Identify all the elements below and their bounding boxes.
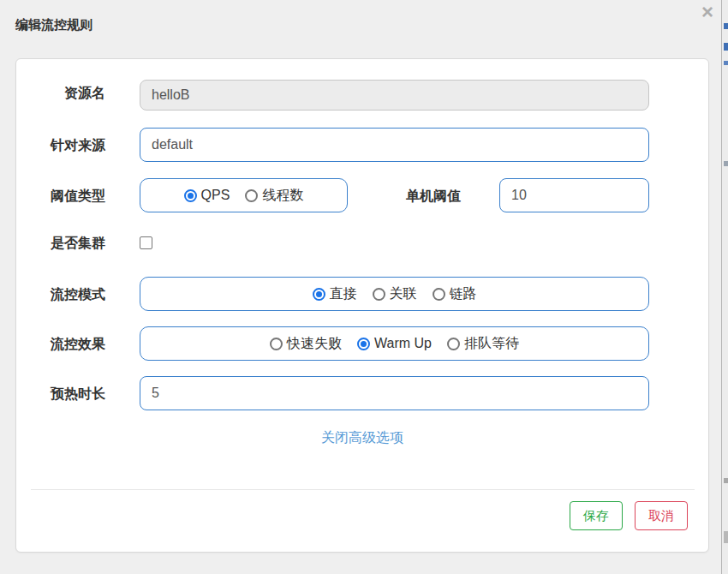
strategy-option-direct[interactable]: 直接 <box>313 285 357 303</box>
strategy-label: 流控模式 <box>16 286 105 304</box>
cluster-checkbox[interactable] <box>140 236 152 249</box>
cluster-label: 是否集群 <box>16 235 105 253</box>
grade-label: 阈值类型 <box>16 188 105 206</box>
radio-icon[interactable] <box>245 189 258 202</box>
scrollbar-mark <box>724 61 728 65</box>
resource-label: 资源名 <box>16 85 105 103</box>
close-icon[interactable]: × <box>701 2 713 22</box>
strategy-radio-group: 直接 关联 链路 <box>140 277 649 311</box>
scrollbar[interactable] <box>721 0 728 574</box>
scrollbar-mark <box>724 478 728 483</box>
behavior-option-fail-fast[interactable]: 快速失败 <box>270 335 342 353</box>
behavior-option-label: 快速失败 <box>287 335 342 353</box>
behavior-label: 流控效果 <box>16 336 105 354</box>
scrollbar-mark <box>724 531 728 543</box>
cancel-button[interactable]: 取消 <box>635 501 688 530</box>
limit-app-input[interactable] <box>140 128 649 162</box>
radio-icon[interactable] <box>447 338 460 350</box>
behavior-radio-group: 快速失败 Warm Up 排队等待 <box>140 326 649 361</box>
strategy-option-relate[interactable]: 关联 <box>373 285 417 303</box>
advanced-options-toggle[interactable]: 关闭高级选项 <box>16 429 708 447</box>
grade-radio-group: QPS 线程数 <box>140 178 348 212</box>
form-panel: 资源名 针对来源 阈值类型 QPS 线程数 单机阈值 是否集群 流控模式 直接 … <box>15 58 709 553</box>
footer-buttons: 保存 取消 <box>570 501 688 530</box>
warmup-input[interactable] <box>140 376 649 410</box>
radio-icon[interactable] <box>313 288 325 301</box>
scrollbar-mark <box>724 43 728 51</box>
radio-icon[interactable] <box>357 338 370 350</box>
scrollbar-mark <box>724 161 728 166</box>
radio-icon[interactable] <box>373 288 385 301</box>
grade-option-label: 线程数 <box>262 187 303 205</box>
grade-option-qps[interactable]: QPS <box>184 188 230 203</box>
save-button[interactable]: 保存 <box>570 501 623 530</box>
footer-divider <box>31 489 695 490</box>
threshold-input[interactable] <box>499 178 649 212</box>
resource-input <box>140 80 649 111</box>
behavior-option-label: 排队等待 <box>464 335 519 353</box>
strategy-option-chain[interactable]: 链路 <box>433 285 477 303</box>
warmup-label: 预热时长 <box>16 386 105 404</box>
dialog-title: 编辑流控规则 <box>15 17 92 33</box>
behavior-option-queue[interactable]: 排队等待 <box>447 335 519 353</box>
strategy-option-label: 关联 <box>390 285 417 303</box>
radio-icon[interactable] <box>184 189 197 202</box>
radio-icon[interactable] <box>433 288 445 301</box>
radio-icon[interactable] <box>270 338 283 350</box>
threshold-label: 单机阈值 <box>391 188 476 206</box>
grade-option-thread[interactable]: 线程数 <box>245 187 303 205</box>
strategy-option-label: 直接 <box>330 285 357 303</box>
strategy-option-label: 链路 <box>450 285 477 303</box>
behavior-option-warm-up[interactable]: Warm Up <box>357 336 432 351</box>
limit-app-label: 针对来源 <box>16 137 105 155</box>
behavior-option-label: Warm Up <box>374 336 432 351</box>
scrollbar-mark <box>724 23 728 29</box>
grade-option-label: QPS <box>201 188 230 203</box>
